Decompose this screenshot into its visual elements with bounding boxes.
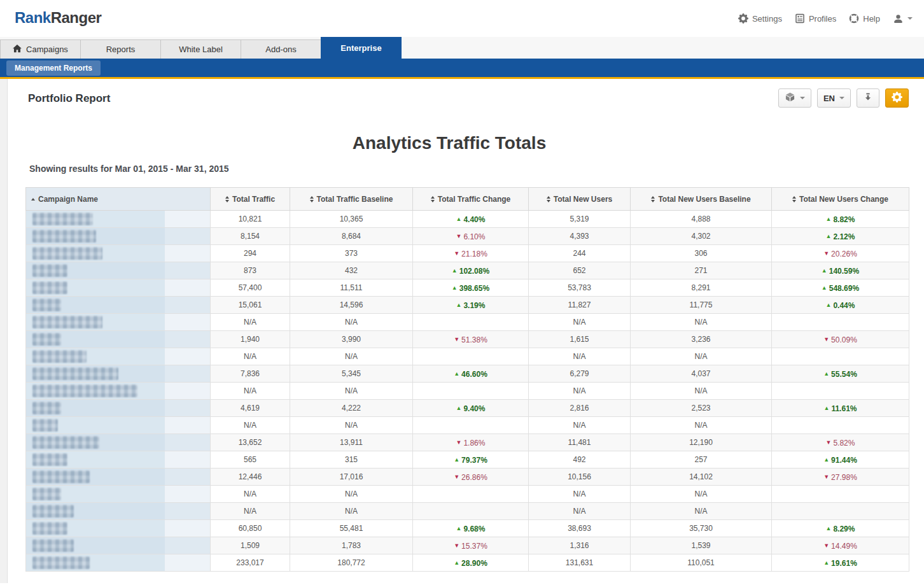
settings-menu-item[interactable]: Settings: [738, 13, 782, 24]
total-new-users-change-cell: ▲91.44%: [772, 451, 909, 469]
column-header-total-new-users-baseline[interactable]: Total New Users Baseline: [631, 188, 772, 211]
table-row: 294373▼21.18%244306▼20.26%: [26, 245, 909, 262]
tab-add-ons[interactable]: Add-ons: [241, 39, 321, 59]
total-traffic-cell: N/A: [211, 486, 290, 503]
decrease-arrow-icon: ▼: [454, 474, 459, 480]
campaign-name-cell[interactable]: [26, 417, 211, 434]
total-traffic-baseline-cell: 373: [290, 245, 413, 262]
table-row: N/AN/AN/AN/A: [26, 314, 909, 331]
total-traffic-cell: 8,154: [211, 228, 290, 245]
column-header-total-traffic[interactable]: Total Traffic: [211, 188, 290, 211]
total-traffic-baseline-cell: 11,511: [290, 279, 413, 297]
campaign-name-cell[interactable]: [26, 400, 211, 417]
decrease-arrow-icon: ▼: [823, 337, 829, 342]
total-new-users-change-cell: ▲19.61%: [772, 554, 909, 572]
redacted-campaign-name: [32, 402, 61, 414]
language-select-button[interactable]: EN: [817, 88, 851, 108]
user-menu[interactable]: [893, 13, 913, 24]
content-area: Portfolio Report EN: [0, 79, 924, 583]
campaign-name-cell[interactable]: [26, 262, 211, 279]
profiles-menu-item[interactable]: Profiles: [795, 13, 836, 24]
total-new-users-change-cell: ▲2.12%: [772, 228, 909, 245]
user-icon: [893, 13, 904, 24]
total-traffic-cell: N/A: [211, 417, 290, 434]
tab-white-label[interactable]: White Label: [160, 39, 241, 59]
total-new-users-cell: 131,631: [529, 554, 631, 572]
column-header-total-traffic-change[interactable]: Total Traffic Change: [413, 188, 529, 211]
increase-arrow-icon: ▲: [454, 371, 459, 377]
help-menu-item[interactable]: Help: [849, 13, 880, 24]
campaign-name-cell[interactable]: [26, 365, 211, 383]
table-row: N/AN/AN/AN/A: [26, 503, 909, 520]
column-header-total-traffic-baseline[interactable]: Total Traffic Baseline: [290, 188, 413, 211]
column-header-total-new-users-change[interactable]: Total New Users Change: [772, 188, 909, 211]
total-new-users-change-cell: [772, 314, 909, 331]
campaign-name-cell[interactable]: [26, 383, 211, 400]
total-new-users-change-cell: ▲11.61%: [772, 400, 909, 417]
total-traffic-change-cell: [413, 348, 529, 365]
campaign-name-cell[interactable]: [26, 469, 211, 486]
total-new-users-baseline-cell: N/A: [631, 486, 772, 503]
total-new-users-cell: 10,156: [529, 469, 631, 486]
campaign-name-cell[interactable]: [26, 297, 211, 314]
total-new-users-baseline-cell: N/A: [631, 383, 772, 400]
campaign-name-cell[interactable]: [26, 314, 211, 331]
total-new-users-change-cell: ▲140.59%: [772, 262, 909, 279]
tab-enterprise[interactable]: Enterprise: [321, 37, 402, 59]
total-traffic-cell: 13,652: [211, 434, 290, 451]
sort-icon: [651, 196, 655, 202]
campaign-name-cell[interactable]: [26, 211, 211, 228]
subnav-item-management-reports[interactable]: Management Reports: [6, 60, 101, 76]
total-traffic-change-cell: ▼26.86%: [413, 469, 529, 486]
widget-menu-button[interactable]: [778, 88, 811, 108]
chevron-down-icon: [800, 97, 805, 99]
sort-icon: [431, 196, 435, 202]
total-new-users-change-cell: ▲8.82%: [772, 211, 909, 228]
decrease-arrow-icon: ▼: [823, 543, 829, 549]
campaign-name-cell[interactable]: [26, 434, 211, 451]
table-row: 7,8365,345▲46.60%6,2794,037▲55.54%: [26, 365, 909, 383]
redacted-campaign-name: [32, 299, 61, 311]
campaign-name-cell[interactable]: [26, 228, 211, 245]
change-value: 26.86%: [461, 473, 487, 482]
cube-icon: [785, 92, 795, 104]
report-table: Campaign NameTotal TrafficTotal Traffic …: [25, 187, 909, 572]
campaign-name-cell[interactable]: [26, 348, 211, 365]
change-value: 19.61%: [831, 559, 857, 568]
campaign-name-cell[interactable]: [26, 245, 211, 262]
total-traffic-cell: N/A: [211, 503, 290, 520]
increase-arrow-icon: ▲: [823, 371, 829, 377]
tab-label: Campaigns: [26, 45, 68, 54]
tab-campaigns[interactable]: Campaigns: [0, 39, 81, 59]
decrease-arrow-icon: ▼: [454, 251, 459, 257]
logo-rank: Rank: [15, 9, 51, 26]
tab-reports[interactable]: Reports: [80, 39, 161, 59]
campaign-name-cell[interactable]: [26, 486, 211, 503]
change-value: 3.19%: [463, 301, 485, 310]
decrease-arrow-icon: ▼: [826, 440, 832, 446]
column-header-campaign-name[interactable]: Campaign Name: [26, 188, 211, 211]
campaign-name-cell[interactable]: [26, 331, 211, 348]
rankranger-logo: RankRanger: [15, 9, 101, 27]
download-button[interactable]: [857, 88, 879, 108]
column-header-total-new-users[interactable]: Total New Users: [529, 188, 631, 211]
total-traffic-change-cell: ▲28.90%: [413, 554, 529, 572]
report-settings-button[interactable]: [885, 88, 909, 108]
change-value: 398.65%: [459, 284, 489, 293]
campaign-name-cell[interactable]: [26, 451, 211, 469]
redacted-campaign-name: [32, 539, 74, 552]
campaign-name-cell[interactable]: [26, 279, 211, 297]
total-traffic-baseline-cell: 13,911: [290, 434, 413, 451]
campaign-name-cell[interactable]: [26, 503, 211, 520]
total-new-users-baseline-cell: 12,190: [631, 434, 772, 451]
date-range-text: Showing results for Mar 01, 2015 - Mar 3…: [29, 164, 924, 174]
campaign-name-cell[interactable]: [26, 554, 211, 572]
campaign-name-cell[interactable]: [26, 520, 211, 537]
redacted-campaign-name: [32, 213, 93, 225]
table-row: 13,65213,911▼1.86%11,48112,190▼5.82%: [26, 434, 909, 451]
change-value: 5.82%: [833, 439, 855, 448]
tab-label: Reports: [106, 45, 136, 54]
sort-icon: [547, 196, 550, 202]
total-traffic-cell: 4,619: [211, 400, 290, 417]
campaign-name-cell[interactable]: [26, 537, 211, 554]
